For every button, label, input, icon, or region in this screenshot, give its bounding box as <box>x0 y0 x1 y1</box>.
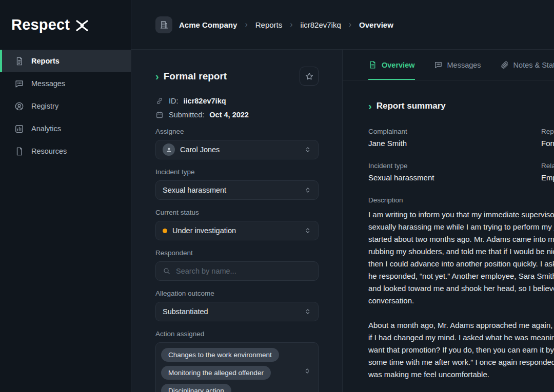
outcome-label: Allegation outcome <box>155 290 319 297</box>
analytics-icon <box>14 124 24 134</box>
field-value: Formal <box>541 139 554 148</box>
actions-label: Action assigned <box>155 330 319 338</box>
field-label: Incident type <box>368 162 541 170</box>
sidebar-item-analytics[interactable]: Analytics <box>0 117 131 140</box>
chevron-right-icon: › <box>368 101 372 111</box>
chevron-up-down-icon <box>304 227 311 234</box>
document-icon <box>368 60 377 69</box>
report-id-value: iicr82ev7ikq <box>184 97 226 105</box>
sidebar-item-label: Analytics <box>31 125 61 133</box>
tab-overview[interactable]: Overview <box>368 50 415 80</box>
incident-type-label: Incident type <box>155 168 319 176</box>
tab-notes-statements[interactable]: Notes & Statements <box>500 50 554 80</box>
report-title-row: › Formal report <box>155 67 319 86</box>
field-label: Relationship <box>541 162 554 170</box>
assignee-group: Assignee Carol Jones <box>155 128 319 159</box>
description-section: Description I am writing to inform you t… <box>368 196 554 381</box>
search-icon <box>163 267 171 275</box>
summary-fields: Complainant Jane Smith Report type Forma… <box>368 128 554 182</box>
outcome-group: Allegation outcome Substantiated <box>155 290 319 321</box>
field-report-type: Report type Formal <box>541 128 554 148</box>
chevron-up-down-icon <box>304 146 311 153</box>
breadcrumb-separator-icon: › <box>245 20 247 29</box>
breadcrumb-separator-icon: › <box>349 20 351 29</box>
chevron-up-down-icon <box>304 187 311 194</box>
field-value: Employee <box>541 173 554 182</box>
field-complainant: Complainant Jane Smith <box>368 128 541 148</box>
registry-icon <box>14 101 24 111</box>
sidebar-item-label: Reports <box>31 57 60 65</box>
respondent-search-input[interactable] <box>176 267 311 275</box>
breadcrumb-reports[interactable]: Reports <box>255 20 283 29</box>
resources-icon <box>14 147 24 156</box>
tab-label: Overview <box>382 61 415 69</box>
sidebar-item-messages[interactable]: Messages <box>0 72 131 95</box>
star-icon <box>305 72 314 81</box>
sidebar-item-label: Registry <box>31 102 58 110</box>
status-dot-icon <box>163 229 167 233</box>
person-icon <box>166 147 172 153</box>
sidebar-item-label: Messages <box>31 79 65 88</box>
breadcrumb: Acme Company › Reports › iicr82ev7ikq › … <box>131 0 554 50</box>
field-incident-type: Incident type Sexual harassment <box>368 162 541 182</box>
logo-text: Respect <box>11 16 70 33</box>
report-detail-panel: › Formal report ID: iicr82ev7ikq Submitt… <box>131 50 343 392</box>
chevron-up-down-icon <box>304 367 311 375</box>
submitted-label: Submitted: <box>169 111 204 119</box>
chat-icon <box>434 60 443 69</box>
action-tag[interactable]: Disciplinary action <box>161 384 231 392</box>
summary-heading: Report summary <box>377 101 446 111</box>
breadcrumb-report-id[interactable]: iicr82ev7ikq <box>301 20 341 29</box>
sidebar-item-reports[interactable]: Reports <box>0 50 131 72</box>
messages-icon <box>14 79 24 89</box>
action-tag[interactable]: Changes to the work environment <box>161 348 279 362</box>
status-select[interactable]: Under investigation <box>155 221 319 240</box>
description-paragraph: About a month ago, Mr. Adams approached … <box>368 319 554 381</box>
sidebar-item-resources[interactable]: Resources <box>0 140 131 162</box>
chevron-up-down-icon <box>304 308 311 315</box>
sidebar-item-registry[interactable]: Registry <box>0 95 131 117</box>
assignee-label: Assignee <box>155 128 319 135</box>
field-value: Jane Smith <box>368 139 541 148</box>
sidebar-item-label: Resources <box>31 147 67 155</box>
status-label: Current status <box>155 209 319 216</box>
tab-messages[interactable]: Messages <box>434 50 481 80</box>
status-value: Under investigation <box>172 226 236 235</box>
description-label: Description <box>368 196 554 204</box>
field-relationship: Relationship Employee <box>541 162 554 182</box>
sidebar-nav: Reports Messages Registry Analytics Reso… <box>0 50 131 162</box>
actions-group: Action assigned Changes to the work envi… <box>155 330 319 392</box>
action-assigned-multiselect[interactable]: Changes to the work environment Monitori… <box>155 342 319 392</box>
status-group: Current status Under investigation <box>155 209 319 240</box>
building-icon <box>160 20 169 29</box>
report-submitted-row: Submitted: Oct 4, 2022 <box>155 111 319 119</box>
assignee-value: Carol Jones <box>180 146 220 154</box>
breadcrumb-current[interactable]: Overview <box>359 20 393 29</box>
report-meta: ID: iicr82ev7ikq Submitted: Oct 4, 2022 <box>155 97 319 119</box>
tab-label: Notes & Statements <box>513 61 554 69</box>
favorite-button[interactable] <box>300 67 319 86</box>
respondent-label: Respondent <box>155 249 319 257</box>
incident-type-value: Sexual harassment <box>163 186 226 194</box>
field-label: Report type <box>541 128 554 135</box>
action-tag[interactable]: Monitoring the alleged offender <box>161 366 271 380</box>
calendar-icon <box>155 111 164 119</box>
incident-type-group: Incident type Sexual harassment <box>155 168 319 200</box>
report-id-row: ID: iicr82ev7ikq <box>155 97 319 105</box>
sidebar: Respect Reports Messages Registry Analyt… <box>0 0 131 392</box>
report-summary: › Report summary Complainant Jane Smith … <box>343 80 554 381</box>
assignee-avatar <box>163 143 175 156</box>
report-main-panel: Overview Messages Notes & Statements › R… <box>343 50 554 392</box>
reports-icon <box>14 56 24 66</box>
description-body: I am writing to inform you that my immed… <box>368 209 554 381</box>
outcome-select[interactable]: Substantiated <box>155 302 319 321</box>
tab-bar: Overview Messages Notes & Statements <box>343 50 554 80</box>
respondent-search <box>155 261 319 281</box>
breadcrumb-separator-icon: › <box>290 20 292 29</box>
assignee-select[interactable]: Carol Jones <box>155 140 319 159</box>
breadcrumb-company[interactable]: Acme Company <box>179 20 237 29</box>
logo: Respect <box>0 0 131 50</box>
incident-type-select[interactable]: Sexual harassment <box>155 180 319 200</box>
company-avatar <box>155 16 172 33</box>
report-title: Formal report <box>164 71 227 82</box>
